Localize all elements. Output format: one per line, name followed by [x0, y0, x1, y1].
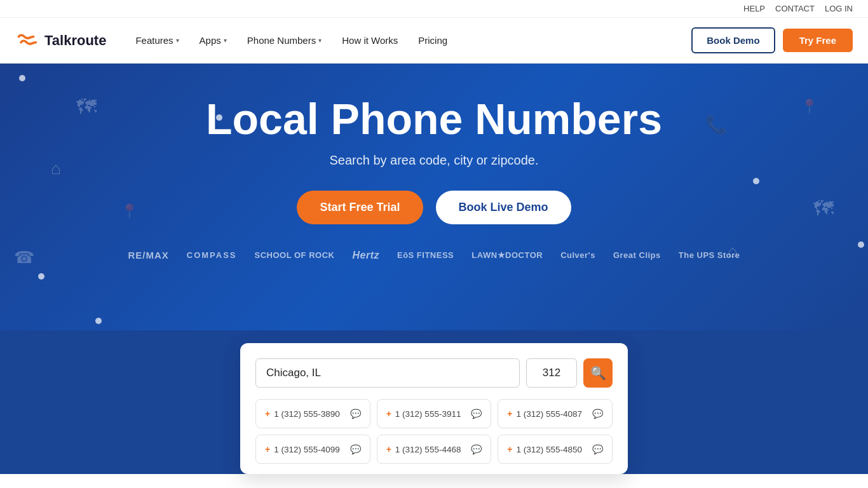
- phone-number-text: 1 (312) 555-4099: [274, 445, 340, 454]
- logo-link[interactable]: Talkroute: [15, 32, 106, 50]
- chat-icon: 💬: [592, 444, 603, 454]
- phone-number-item[interactable]: +1 (312) 555-4468💬: [377, 435, 492, 464]
- phone-number-text: 1 (312) 555-3911: [395, 409, 461, 419]
- phone-grid: +1 (312) 555-3890💬+1 (312) 555-3911💬+1 (…: [255, 399, 613, 464]
- phone-number-text: 1 (312) 555-4468: [395, 445, 461, 454]
- phone-icon: 📞: [705, 114, 728, 135]
- chat-icon: 💬: [350, 409, 361, 419]
- brand-eos-fitness: EōS FITNESS: [397, 250, 454, 260]
- book-demo-button[interactable]: Book Demo: [691, 27, 775, 53]
- phone-number-text: 1 (312) 555-4087: [517, 409, 583, 419]
- brands-row: RE/MAX COMPASS SCHOOL OF ROCK Hertz EōS …: [128, 250, 740, 261]
- phone-plus: +: [386, 444, 391, 454]
- map2-icon: 🗺: [813, 197, 834, 220]
- phone-number-text: 1 (312) 555-4850: [517, 445, 583, 454]
- nav-links: Features ▾ Apps ▾ Phone Numbers ▾ How it…: [126, 30, 691, 51]
- hero-section: 🗺 ⌂ 📍 ☎ 📞 📍 🗺 ⌂ Local Phone Numbers Sear…: [0, 64, 868, 330]
- brand-remax: RE/MAX: [128, 250, 168, 261]
- login-link[interactable]: LOG IN: [825, 4, 853, 13]
- start-free-trial-button[interactable]: Start Free Trial: [297, 191, 423, 224]
- phone-number-item[interactable]: +1 (312) 555-4850💬: [498, 435, 613, 464]
- brand-hertz: Hertz: [352, 250, 379, 261]
- deco-dot: [38, 273, 44, 280]
- phone-number-item[interactable]: +1 (312) 555-3890💬: [255, 399, 370, 428]
- phone-number-item[interactable]: +1 (312) 555-4087💬: [498, 399, 613, 428]
- phone-plus: +: [386, 409, 391, 419]
- search-icon: 🔍: [590, 365, 606, 381]
- book-live-demo-button[interactable]: Book Live Demo: [436, 191, 571, 224]
- hero-title: Local Phone Numbers: [206, 95, 662, 143]
- brand-great-clips: Great Clips: [613, 250, 661, 260]
- nav-features[interactable]: Features ▾: [126, 30, 187, 51]
- deco-dot: [858, 241, 864, 248]
- phone-hash-icon: ☎: [14, 248, 34, 268]
- search-button[interactable]: 🔍: [583, 358, 613, 388]
- search-widget: 🔍 +1 (312) 555-3890💬+1 (312) 555-3911💬+1…: [240, 343, 628, 474]
- phone-number-item[interactable]: +1 (312) 555-4099💬: [255, 435, 370, 464]
- brand-ups-store: The UPS Store: [679, 250, 740, 260]
- phone-plus: +: [265, 409, 270, 419]
- map-icon: 🗺: [76, 95, 97, 119]
- brand-culvers: Culver's: [560, 250, 595, 260]
- chevron-down-icon: ▾: [176, 37, 179, 44]
- search-city-input[interactable]: [255, 358, 520, 388]
- navbar: Talkroute Features ▾ Apps ▾ Phone Number…: [0, 18, 868, 64]
- search-row: 🔍: [255, 358, 613, 388]
- phone-plus: +: [507, 444, 512, 454]
- chat-icon: 💬: [592, 409, 603, 419]
- chat-icon: 💬: [471, 444, 482, 454]
- nav-apps[interactable]: Apps ▾: [191, 30, 236, 51]
- brand-school-of-rock: SCHOOL OF ROCK: [255, 250, 335, 260]
- phone-plus: +: [265, 444, 270, 454]
- chevron-down-icon: ▾: [224, 37, 227, 44]
- contact-link[interactable]: CONTACT: [775, 4, 815, 13]
- location-icon: 📍: [801, 98, 818, 115]
- search-code-input[interactable]: [526, 358, 577, 388]
- help-link[interactable]: HELP: [743, 4, 765, 13]
- nav-actions: Book Demo Try Free: [691, 27, 853, 53]
- top-bar: HELP CONTACT LOG IN: [0, 0, 868, 18]
- home-icon: ⌂: [51, 159, 61, 179]
- deco-dot: [753, 178, 759, 184]
- nav-pricing[interactable]: Pricing: [409, 30, 456, 51]
- logo-text: Talkroute: [44, 32, 106, 49]
- chat-icon: 💬: [471, 409, 482, 419]
- brand-lawn-doctor: LAWN★DOCTOR: [471, 250, 543, 260]
- nav-how-it-works[interactable]: How it Works: [333, 30, 407, 51]
- location-pin-icon: 📍: [121, 203, 138, 220]
- nav-phone-numbers[interactable]: Phone Numbers ▾: [238, 30, 330, 51]
- phone-number-text: 1 (312) 555-3890: [274, 409, 340, 419]
- chat-icon: 💬: [350, 444, 361, 454]
- try-free-button[interactable]: Try Free: [783, 29, 853, 52]
- phone-number-item[interactable]: +1 (312) 555-3911💬: [377, 399, 492, 428]
- hero-buttons: Start Free Trial Book Live Demo: [297, 191, 571, 224]
- logo-icon: [15, 32, 38, 50]
- deco-dot: [95, 318, 102, 324]
- chevron-down-icon: ▾: [318, 37, 322, 44]
- deco-dot: [19, 75, 25, 81]
- brand-compass: COMPASS: [187, 250, 237, 260]
- hero-subtitle: Search by area code, city or zipcode.: [329, 153, 538, 168]
- phone-plus: +: [507, 409, 512, 419]
